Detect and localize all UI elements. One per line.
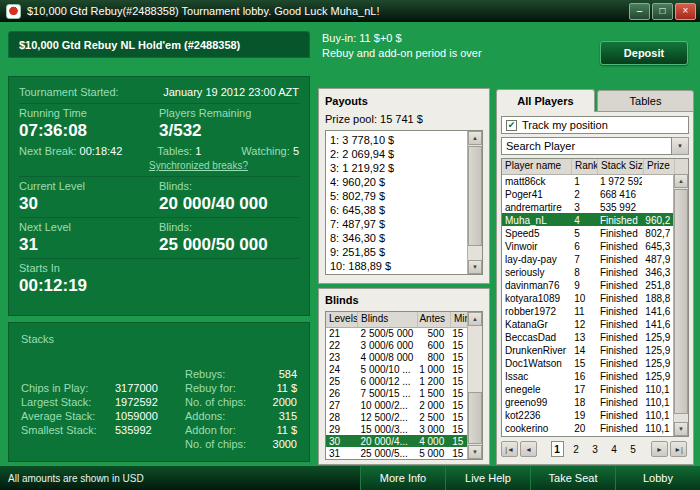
scrollbar-thumb[interactable] — [674, 189, 688, 414]
player-row[interactable]: enegele17Finished110,1 — [502, 382, 673, 395]
first-page-button[interactable]: |◄ — [501, 441, 518, 457]
page-button[interactable]: 2 — [570, 441, 583, 457]
scroll-up-icon[interactable]: ▲ — [468, 312, 482, 326]
player-prize-cell: 125,9 — [642, 330, 673, 343]
page-button[interactable]: 1 — [551, 441, 564, 457]
player-row[interactable]: Vinwoir6Finished645,3 — [502, 239, 673, 252]
player-stack-cell: Finished — [597, 408, 642, 421]
player-stack-cell: Finished — [597, 356, 642, 369]
scroll-down-icon[interactable]: ▼ — [468, 445, 482, 459]
close-button[interactable]: × — [675, 3, 696, 20]
page-button[interactable]: 4 — [608, 441, 621, 457]
player-row[interactable]: Issac16Finished125,9 — [502, 369, 673, 382]
search-dropdown-button[interactable]: ▼ — [672, 137, 689, 155]
scroll-up-icon[interactable]: ▲ — [674, 174, 688, 188]
player-stack-cell: Finished — [597, 252, 642, 265]
payouts-scrollbar[interactable]: ▲ ▼ — [467, 131, 482, 274]
player-rank-cell: 8 — [571, 265, 597, 278]
blinds-cell: 15 — [449, 363, 467, 375]
track-position-checkbox[interactable]: ✔ — [506, 120, 517, 131]
blinds-cell: 1 500 — [417, 387, 450, 399]
player-name-cell: DrunkenRiver — [502, 343, 571, 356]
player-row[interactable]: cookerino20Finished110,1 — [502, 421, 673, 434]
players-column-header[interactable]: Rank — [572, 159, 598, 174]
player-name-cell: lay-day-pay — [502, 252, 571, 265]
prev-page-button[interactable]: ◄ — [520, 441, 537, 457]
player-row[interactable]: Poger412668 416 — [502, 187, 673, 200]
player-rank-cell: 18 — [571, 395, 597, 408]
blinds-cell: 15 — [449, 327, 467, 339]
players-table: Player nameRankStack SizePrize matt86ck1… — [501, 158, 689, 437]
pagination-pages: 12345 — [539, 441, 651, 457]
player-row[interactable]: andremartire3535 992 — [502, 200, 673, 213]
scroll-down-icon[interactable]: ▼ — [468, 260, 482, 274]
page-button[interactable]: 5 — [627, 441, 640, 457]
player-row[interactable]: Doc1Watson15Finished125,9 — [502, 356, 673, 369]
player-name-cell: matt86ck — [502, 174, 571, 187]
footer-buttons: More InfoLive HelpTake SeatLobby — [360, 466, 700, 490]
amounts-note: All amounts are shown in USD — [0, 466, 360, 490]
deposit-button[interactable]: Deposit — [600, 41, 688, 65]
player-row[interactable]: matt86ck11 972 592 — [502, 174, 673, 187]
player-row[interactable]: BeccasDad13Finished125,9 — [502, 330, 673, 343]
players-column-header[interactable]: Player name — [502, 159, 572, 174]
player-row[interactable]: KatanaGr12Finished141,6 — [502, 317, 673, 330]
blinds-row: 2915 000/3...3 00015 — [326, 423, 467, 435]
player-row[interactable]: robber197211Finished141,6 — [502, 304, 673, 317]
players-remaining-label: Players Remaining — [159, 107, 299, 119]
scroll-up-icon[interactable]: ▲ — [468, 131, 482, 145]
player-row[interactable]: kotyara108910Finished188,8 — [502, 291, 673, 304]
tab-all-players[interactable]: All Players — [496, 89, 595, 112]
current-level-value: 30 — [19, 194, 159, 214]
footer-button[interactable]: Take Seat — [530, 466, 615, 490]
blinds-rows: 212 500/5 00050015223 000/6 00060015234 … — [326, 327, 467, 459]
player-name-cell: Poger41 — [502, 187, 571, 200]
footer-button[interactable]: Lobby — [615, 466, 700, 490]
window-title: $10,000 Gtd Rebuy(#2488358) Tournament l… — [27, 5, 379, 17]
last-page-button[interactable]: ►| — [670, 441, 687, 457]
next-page-button[interactable]: ► — [651, 441, 668, 457]
payout-item: 5: 802,79 $ — [330, 189, 466, 203]
player-name-cell: robber1972 — [502, 304, 571, 317]
scrollbar-thumb[interactable] — [468, 146, 482, 246]
players-column-header[interactable]: Stack Size — [598, 159, 644, 174]
player-row[interactable]: seriously8Finished346,3 — [502, 265, 673, 278]
players-scrollbar[interactable]: ▲ ▼ — [673, 174, 688, 436]
footer-button[interactable]: More Info — [360, 466, 445, 490]
stacks-row-label: No. of chips: — [185, 438, 246, 450]
player-row[interactable]: kot223619Finished110,1 — [502, 408, 673, 421]
scrollbar-thumb[interactable] — [468, 392, 482, 444]
footer-button[interactable]: Live Help — [445, 466, 530, 490]
blinds-row: 212 500/5 00050015 — [326, 327, 467, 339]
player-row[interactable]: Muha_nL4Finished960,2 — [502, 213, 673, 226]
buyin-info: Buy-in: 11 $+0 $ Rebuy and add-on period… — [322, 31, 482, 61]
blinds-row: 3020 000/4...4 00015 — [326, 435, 467, 447]
players-column-header[interactable]: Prize — [644, 159, 675, 174]
window-controls: – □ × — [629, 3, 696, 20]
player-row[interactable]: lay-day-pay7Finished487,9 — [502, 252, 673, 265]
blinds-cell: 23 — [326, 351, 358, 363]
blinds-scrollbar[interactable]: ▲ ▼ — [467, 312, 482, 459]
player-row[interactable]: davinman769Finished251,8 — [502, 278, 673, 291]
player-name-cell: Doc1Watson — [502, 356, 571, 369]
stacks-title: Stacks — [21, 333, 54, 345]
page-button[interactable]: 3 — [589, 441, 602, 457]
stacks-left-column: Chips in Play:3177000Largest Stack:19725… — [21, 381, 181, 437]
synchronized-breaks-link[interactable]: Synchronized breaks? — [149, 160, 248, 171]
window-titlebar[interactable]: $10,000 Gtd Rebuy(#2488358) Tournament l… — [0, 0, 700, 22]
minimize-button[interactable]: – — [629, 3, 650, 20]
player-row[interactable]: Speed55Finished802,7 — [502, 226, 673, 239]
started-value: January 19 2012 23:00 AZT — [163, 86, 299, 98]
player-row[interactable]: DrunkenRiver14Finished125,9 — [502, 343, 673, 356]
player-name-cell: cookerino — [502, 421, 571, 434]
tab-tables[interactable]: Tables — [597, 90, 694, 111]
maximize-button[interactable]: □ — [652, 3, 673, 20]
running-time-label: Running Time — [19, 107, 159, 119]
search-player-input[interactable] — [501, 137, 672, 155]
current-blinds-label: Blinds: — [159, 180, 299, 192]
player-row[interactable]: greeno9918Finished110,1 — [502, 395, 673, 408]
player-rank-cell: 13 — [571, 330, 597, 343]
buyin-line: Buy-in: 11 $+0 $ — [322, 31, 482, 46]
scroll-down-icon[interactable]: ▼ — [674, 422, 688, 436]
player-prize-cell — [642, 174, 673, 187]
